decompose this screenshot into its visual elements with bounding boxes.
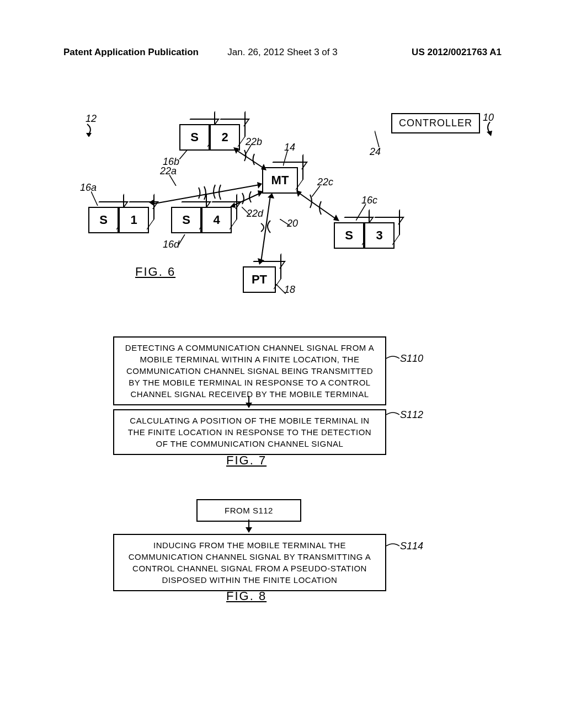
svg-line-26 [261,196,270,262]
svg-marker-21 [296,190,302,197]
figure-6: CONTROLLER 12 10 S 2 16b MT 14 24 S 1 16… [80,113,488,295]
svg-line-5 [91,191,98,206]
curve-s114 [386,542,402,550]
line-16d [178,234,186,245]
svg-marker-27 [268,193,274,199]
svg-marker-15 [149,200,154,206]
controller-box: CONTROLLER [391,113,480,133]
curve-s112 [386,410,402,419]
fig6-caption: FIG. 6 [135,265,175,279]
box-s4-s: S [171,207,201,233]
label-s110: S110 [400,353,423,365]
svg-line-17 [236,150,264,168]
flowbox-from-s112: FROM S112 [196,499,301,522]
header-center: Jan. 26, 2012 Sheet 3 of 3 [227,47,337,58]
header-left: Patent Application Publication [63,47,199,58]
label-16d: 16d [163,239,179,250]
arrow-s110-s112 [248,396,249,407]
flowbox-s112: CALCULATING A POSITION OF THE MOBILE TER… [113,409,386,455]
signal-20 [257,193,279,265]
box-s3-s: S [334,222,364,249]
line-18 [276,284,286,294]
signal-22b [233,147,269,172]
line-16a [91,191,99,206]
label-24: 24 [370,146,381,158]
box-s1-n: 1 [119,207,149,233]
fig8-caption: FIG. 8 [226,589,266,603]
svg-marker-1 [487,131,492,136]
box-pt: PT [243,266,276,293]
line-16b [179,149,188,159]
arrow-12 [84,123,101,137]
line-24 [375,131,383,147]
box-s4-n: 4 [201,207,232,233]
arrow-10 [480,121,497,137]
curve-s110 [386,354,402,362]
line-20 [280,219,290,227]
svg-line-20 [299,193,336,219]
box-s3-n: 3 [364,222,395,249]
svg-line-2 [179,149,188,159]
svg-line-3 [283,151,287,166]
line-16c [356,204,367,221]
label-18: 18 [284,284,295,296]
flowbox-s110: DETECTING A COMMUNICATION CHANNEL SIGNAL… [113,336,386,405]
svg-marker-0 [86,133,92,137]
arrow-from-s114 [248,520,249,532]
label-s112: S112 [400,409,423,421]
svg-marker-16 [257,182,262,189]
fig7-caption: FIG. 7 [226,453,266,468]
svg-marker-18 [233,147,239,154]
svg-line-7 [356,204,366,221]
svg-line-6 [178,234,185,245]
svg-marker-24 [230,202,236,208]
signal-22c [296,190,340,223]
flowbox-s114: INDUCING FROM THE MOBILE TERMINAL THE CO… [113,534,386,591]
line-14 [283,151,291,166]
box-s2-s: S [179,124,210,151]
svg-line-4 [375,131,379,147]
box-s2-n: 2 [210,124,240,151]
svg-line-8 [276,284,286,294]
label-s114: S114 [400,540,423,552]
header-right: US 2012/0021763 A1 [412,47,502,58]
svg-line-13 [280,219,290,226]
page-header: Patent Application Publication Jan. 26, … [0,47,565,58]
box-s1-s: S [88,207,119,233]
